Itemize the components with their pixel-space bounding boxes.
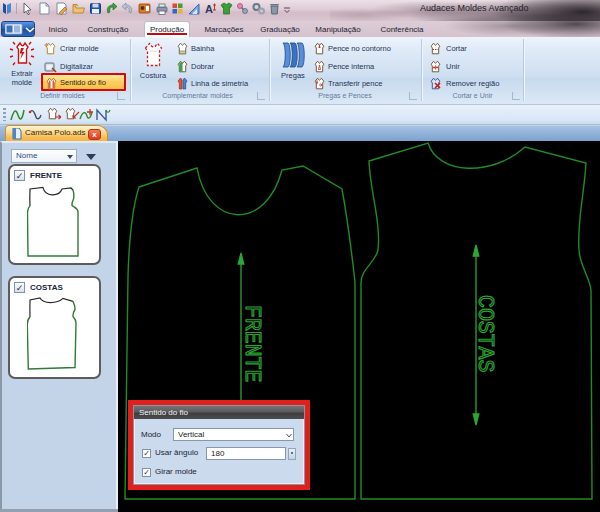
svg-text:A: A (205, 3, 213, 15)
svg-text:FRENTE: FRENTE (240, 305, 264, 382)
svg-text:COSTAS: COSTAS (473, 295, 497, 372)
